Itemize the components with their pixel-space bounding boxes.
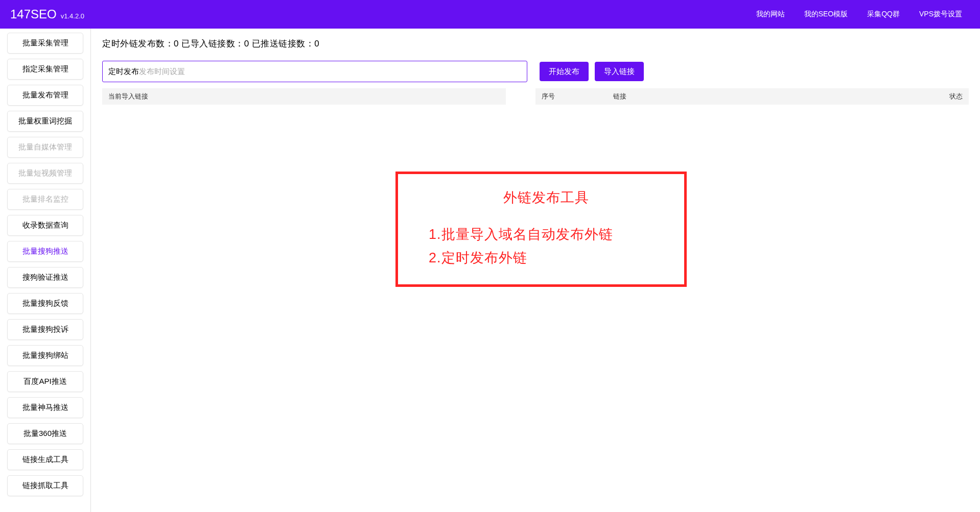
publish-input-wrapper: 定时发布发布时间设置 [102,61,527,82]
tables-row: 当前导入链接 序号 链接 状态 [102,88,969,105]
sidebar-item-batch-collect[interactable]: 批量采集管理 [7,33,83,54]
sidebar-item-sogou-bind[interactable]: 批量搜狗绑站 [7,345,83,366]
nav-vps-dial[interactable]: VPS拨号设置 [919,10,962,19]
nav-qq-group[interactable]: 采集QQ群 [867,10,900,19]
sidebar-item-label: 收录数据查询 [22,221,68,229]
sidebar-item-label: 批量采集管理 [22,38,68,47]
sidebar-item-label: 批量搜狗投诉 [22,325,68,333]
sidebar-item-label: 批量权重词挖掘 [18,116,72,125]
sidebar-item-baidu-api[interactable]: 百度API推送 [7,371,83,392]
sidebar-item-label: 批量发布管理 [22,90,68,99]
sidebar-item-label: 指定采集管理 [22,64,68,73]
sidebar-item-short-video: 批量短视频管理 [7,163,83,184]
annotation-box: 外链发布工具 1.批量导入域名自动发布外链 2.定时发布外链 [395,172,687,287]
col-imported-links: 当前导入链接 [108,92,500,101]
sidebar-item-label: 批量360推送 [24,429,67,437]
status-table: 序号 链接 状态 [535,88,969,105]
annotation-line-2: 2.定时发布外链 [429,247,664,270]
sidebar-item-sogou-push[interactable]: 批量搜狗推送 [7,241,83,262]
col-link: 链接 [613,92,932,101]
annotation-title: 外链发布工具 [429,188,664,207]
sidebar-item-label: 批量短视频管理 [18,168,72,177]
annotation-line-1: 1.批量导入域名自动发布外链 [429,223,664,247]
sidebar-item-360-push[interactable]: 批量360推送 [7,423,83,444]
table-header-right: 序号 链接 状态 [535,88,969,105]
buttons-group: 开始发布 导入链接 [540,62,644,81]
import-links-button[interactable]: 导入链接 [595,62,644,81]
sidebar-item-label: 批量搜狗绑站 [22,351,68,359]
app-version: v1.4.2.0 [61,12,84,20]
stats-line: 定时外链发布数：0 已导入链接数：0 已推送链接数：0 [102,38,969,50]
sidebar-item-label: 批量自媒体管理 [18,142,72,151]
sidebar-item-label: 链接抓取工具 [22,481,68,490]
sidebar-item-label: 百度API推送 [24,377,66,385]
publish-time-input[interactable] [102,61,527,82]
sidebar-item-label: 搜狗验证推送 [22,273,68,281]
sidebar-item-label: 批量排名监控 [22,194,68,203]
main-content: 定时外链发布数：0 已导入链接数：0 已推送链接数：0 定时发布发布时间设置 开… [91,29,980,512]
controls-row: 定时发布发布时间设置 开始发布 导入链接 [102,61,969,82]
imported-links-table: 当前导入链接 [102,88,506,105]
header-left: 147SEO v1.4.2.0 [10,7,84,21]
sidebar-item-sogou-complaint[interactable]: 批量搜狗投诉 [7,319,83,340]
sidebar-item-weight-word[interactable]: 批量权重词挖掘 [7,111,83,132]
sidebar-item-shenma-push[interactable]: 批量神马推送 [7,397,83,418]
nav-seo-template[interactable]: 我的SEO模版 [804,10,848,19]
sidebar-item-label: 链接生成工具 [22,455,68,464]
sidebar-item-index-query[interactable]: 收录数据查询 [7,215,83,236]
header-nav: 我的网站 我的SEO模版 采集QQ群 VPS拨号设置 [756,10,970,19]
sidebar-item-rank-monitor: 批量排名监控 [7,189,83,210]
col-status: 状态 [932,92,963,101]
col-seq: 序号 [542,92,613,101]
nav-my-site[interactable]: 我的网站 [756,10,785,19]
app-header: 147SEO v1.4.2.0 我的网站 我的SEO模版 采集QQ群 VPS拨号… [0,0,980,29]
body-container: 批量采集管理 指定采集管理 批量发布管理 批量权重词挖掘 批量自媒体管理 批量短… [0,29,980,512]
sidebar-item-label: 批量搜狗推送 [22,247,68,255]
sidebar-item-sogou-verify[interactable]: 搜狗验证推送 [7,267,83,288]
table-header-left: 当前导入链接 [102,88,506,105]
sidebar-item-batch-publish[interactable]: 批量发布管理 [7,85,83,106]
sidebar-item-specified-collect[interactable]: 指定采集管理 [7,59,83,80]
sidebar: 批量采集管理 指定采集管理 批量发布管理 批量权重词挖掘 批量自媒体管理 批量短… [0,29,91,512]
sidebar-item-link-crawl[interactable]: 链接抓取工具 [7,475,83,496]
sidebar-item-link-gen[interactable]: 链接生成工具 [7,449,83,470]
sidebar-item-self-media: 批量自媒体管理 [7,137,83,158]
sidebar-item-label: 批量神马推送 [22,403,68,411]
sidebar-item-label: 批量搜狗反馈 [22,299,68,307]
sidebar-item-sogou-feedback[interactable]: 批量搜狗反馈 [7,293,83,314]
start-publish-button[interactable]: 开始发布 [540,62,589,81]
app-logo: 147SEO [10,7,57,21]
